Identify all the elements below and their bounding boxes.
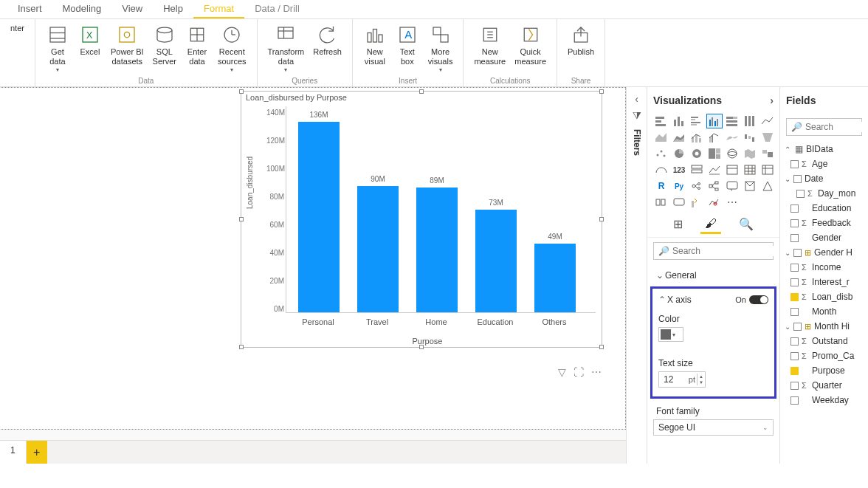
tab-modeling[interactable]: Modeling: [52, 0, 112, 18]
viz-decomp-tree-icon[interactable]: [706, 179, 723, 193]
format-search[interactable]: 🔎: [653, 242, 774, 260]
viz-line-stacked-column-icon[interactable]: [689, 130, 705, 145]
viz-paginated-icon[interactable]: [742, 179, 758, 193]
powerbi-datasets-button[interactable]: Power BI datasets: [106, 22, 148, 68]
viz-stacked-area-icon[interactable]: [671, 130, 687, 145]
expand-filters-icon[interactable]: ‹: [635, 93, 638, 105]
viz-filled-map-icon[interactable]: [742, 146, 758, 161]
field-item[interactable]: Gender: [780, 230, 868, 245]
enter-data-button[interactable]: Enter data: [181, 22, 213, 68]
viz-donut-icon[interactable]: [689, 146, 705, 161]
field-item[interactable]: ΣInterest_r: [780, 275, 868, 289]
viz-ribbon-icon[interactable]: [724, 130, 740, 145]
new-visual-button[interactable]: New visual: [359, 22, 391, 68]
field-item[interactable]: ΣQuarter: [780, 378, 868, 393]
add-page-button[interactable]: +: [27, 441, 47, 464]
format-painter-button[interactable]: nter: [6, 22, 29, 35]
recent-sources-button[interactable]: Recent sources▾: [213, 22, 251, 75]
field-item[interactable]: ΣDay_mon: [780, 186, 868, 201]
viz-r-icon[interactable]: R: [653, 179, 669, 193]
viz-map-icon[interactable]: [724, 146, 740, 161]
viz-area-icon[interactable]: [653, 130, 669, 145]
resize-handle[interactable]: [599, 89, 604, 94]
field-item[interactable]: Month: [780, 304, 868, 319]
viz-100-stacked-column-icon[interactable]: [742, 114, 758, 128]
field-item[interactable]: ΣAge: [780, 157, 868, 171]
viz-clustered-column-icon[interactable]: [706, 114, 723, 128]
field-item[interactable]: Weekday: [780, 393, 868, 408]
field-item[interactable]: ⌄Date: [780, 171, 868, 186]
viz-anomaly-icon[interactable]: [706, 195, 723, 210]
filters-label[interactable]: Filters: [632, 129, 642, 156]
resize-handle[interactable]: [239, 89, 244, 94]
resize-handle[interactable]: [599, 217, 604, 221]
viz-more-icon[interactable]: ⋯: [724, 195, 740, 210]
viz-slicer-icon[interactable]: [724, 162, 740, 177]
viz-scatter-icon[interactable]: [653, 146, 669, 161]
analytics-tab[interactable]: 🔍: [734, 216, 758, 234]
text-box-button[interactable]: AText box: [391, 22, 424, 68]
tab-insert[interactable]: Insert: [7, 0, 52, 18]
xaxis-color-picker[interactable]: ▾: [658, 327, 683, 342]
viz-funnel-icon[interactable]: [760, 130, 776, 145]
viz-gauge-icon[interactable]: [653, 162, 669, 177]
section-xaxis[interactable]: ⌃ X axis On: [658, 292, 768, 308]
more-visuals-button[interactable]: More visuals▾: [424, 22, 458, 75]
field-item[interactable]: ΣPromo_Ca: [780, 348, 868, 363]
viz-table-icon[interactable]: [742, 162, 758, 177]
viz-stacked-column-icon[interactable]: [671, 114, 687, 128]
sql-server-button[interactable]: SQL Server: [148, 22, 181, 68]
filter-icon[interactable]: ▽: [558, 366, 566, 378]
viz-line-clustered-column-icon[interactable]: [706, 130, 723, 145]
viz-power-automate-icon[interactable]: [671, 195, 687, 210]
tab-help[interactable]: Help: [153, 0, 193, 18]
viz-100-stacked-bar-icon[interactable]: [724, 114, 740, 128]
xaxis-toggle[interactable]: On: [735, 295, 768, 304]
field-item[interactable]: Purpose: [780, 363, 868, 378]
refresh-button[interactable]: Refresh: [309, 22, 346, 58]
font-family-combo[interactable]: Segoe UI⌄: [653, 419, 774, 436]
section-general[interactable]: ⌄ General: [653, 264, 774, 286]
field-item[interactable]: ΣOutstand: [780, 334, 868, 348]
viz-py-icon[interactable]: Py: [671, 179, 687, 193]
field-item[interactable]: ⌄⊞Gender H: [780, 245, 868, 260]
fields-well-tab[interactable]: ⊞: [669, 216, 687, 234]
format-search-input[interactable]: [672, 246, 783, 256]
viz-pie-icon[interactable]: [671, 146, 687, 161]
viz-treemap-icon[interactable]: [706, 146, 723, 161]
fields-search-input[interactable]: [805, 122, 868, 132]
viz-kpi-icon[interactable]: [706, 162, 723, 177]
new-measure-button[interactable]: New measure: [469, 22, 510, 68]
quick-measure-button[interactable]: Quick measure: [510, 22, 551, 68]
field-item[interactable]: Education: [780, 201, 868, 216]
field-item[interactable]: ΣLoan_disb: [780, 289, 868, 304]
resize-handle[interactable]: [239, 217, 244, 221]
viz-card-icon[interactable]: 123: [671, 162, 687, 177]
viz-stacked-bar-icon[interactable]: [653, 114, 669, 128]
get-data-button[interactable]: Get data▾: [41, 22, 74, 75]
fields-search[interactable]: 🔎: [786, 118, 862, 136]
xaxis-textsize-input[interactable]: 12 pt ▲▼: [658, 371, 706, 388]
bar-home[interactable]: [416, 188, 458, 312]
viz-line-icon[interactable]: [760, 114, 776, 128]
field-item[interactable]: ⌄⊞Month Hi: [780, 319, 868, 334]
bar-travel[interactable]: [357, 186, 399, 312]
viz-multi-row-card-icon[interactable]: [689, 162, 705, 177]
bar-personal[interactable]: [298, 122, 340, 312]
viz-waterfall-icon[interactable]: [742, 130, 758, 145]
viz-clustered-bar-icon[interactable]: [689, 114, 705, 128]
focus-mode-icon[interactable]: ⛶: [574, 366, 584, 378]
viz-smart-narrative-icon[interactable]: [689, 195, 705, 210]
table-bidata[interactable]: ⌃ ▦ BIData: [780, 142, 868, 157]
viz-power-apps-icon[interactable]: [653, 195, 669, 210]
transform-data-button[interactable]: Transform data▾: [264, 22, 309, 75]
resize-handle[interactable]: [419, 89, 424, 94]
resize-handle[interactable]: [599, 345, 604, 349]
viz-arcgis-icon[interactable]: [760, 179, 776, 193]
tab-data-drill[interactable]: Data / Drill: [244, 0, 310, 18]
field-item[interactable]: ΣFeedback: [780, 216, 868, 230]
publish-button[interactable]: Publish: [563, 22, 599, 58]
viz-shape-map-icon[interactable]: [760, 146, 776, 161]
format-tab[interactable]: 🖌: [700, 216, 721, 234]
excel-button[interactable]: XExcel: [74, 22, 106, 58]
